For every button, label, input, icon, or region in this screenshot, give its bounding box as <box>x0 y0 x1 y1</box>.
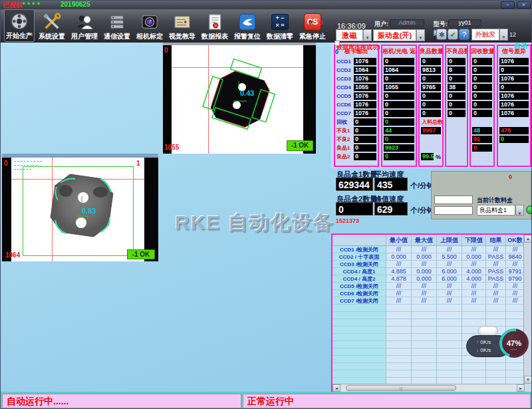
camera-view-top: 0.43 0 1055 -1 OK <box>163 42 316 154</box>
check-icon[interactable]: ✔ <box>448 29 458 40</box>
toolbar-button-production-start[interactable]: 开始生产 <box>4 9 35 42</box>
stats-row: 0 <box>471 57 493 66</box>
titlebar: 已授权 ●●●● 20190625 − × <box>1 1 532 9</box>
toolbar-button-data-clear[interactable]: + −× =数据清零 <box>265 9 295 42</box>
stats-value: 0 <box>354 153 376 160</box>
status-message-right: 正常运行中 <box>243 394 531 408</box>
camera-top-result-badge: -1 OK <box>287 140 313 151</box>
stats-row: 0 <box>471 74 493 83</box>
vertical-scrollbar[interactable]: ▲ ▼ <box>523 235 531 392</box>
result-cell: 0.000 <box>412 268 437 275</box>
machine-vision-app-window: 已授权 ●●●● 20190625 − × 开始生产系统设置用户管理通信设置相机… <box>0 0 532 409</box>
stats-value: 0 <box>421 110 441 117</box>
toolbar-button-communication-settings[interactable]: 通信设置 <box>102 9 132 42</box>
stats-row: 99.56% <box>420 152 442 161</box>
tray-select[interactable]: 良品料盒1 <box>477 205 515 215</box>
trigger-dropdown-arrow-icon[interactable] <box>499 29 508 41</box>
magnet-dropdown[interactable]: 激磁 <box>336 29 363 41</box>
stats-value: 0 <box>472 101 492 108</box>
stats-group-header: 良品数量 <box>420 46 442 57</box>
stats-value: 0 <box>472 144 492 152</box>
current-tray-label: 当前计数料盒 <box>477 196 513 205</box>
magnet-dropdown-arrow-icon[interactable] <box>363 29 372 41</box>
stats-row: 0 <box>498 83 530 92</box>
tray-status-lamp-icon <box>526 205 532 214</box>
result-cell: /// <box>486 283 506 290</box>
help-icon[interactable]: ? <box>459 29 469 40</box>
stats-row: 1064 <box>382 66 416 74</box>
toolbar-button-label: 数据清零 <box>267 32 293 41</box>
toolbar-button-data-report[interactable]: 数据报表 <box>200 9 230 42</box>
stats-row: CCD31076 <box>335 74 378 83</box>
stats-row: 回收0 <box>335 118 378 126</box>
stats-row-label: CCD2 <box>335 67 352 73</box>
gear-icon[interactable]: ✱ <box>436 29 447 40</box>
result-cell: /// <box>506 246 525 253</box>
stats-value: 1076 <box>499 75 529 82</box>
stats-value: 1076 <box>499 58 529 65</box>
vibration-dropdown[interactable]: 振动盘(开) <box>373 29 416 41</box>
stats-value: 1055 <box>384 84 414 91</box>
stats-value: 1064 <box>384 67 414 74</box>
stats-row: CCD41055 <box>335 83 378 92</box>
camera-top-id: 0 <box>164 47 168 54</box>
scroll-right-icon[interactable]: ► <box>517 384 525 392</box>
stats-value: 0 <box>499 67 529 74</box>
result-cell: /// <box>462 297 486 305</box>
stats-row: 0 <box>471 100 493 109</box>
close-button[interactable]: × <box>517 1 531 9</box>
horizontal-scrollbar[interactable]: ◄ ► ||| <box>332 384 525 392</box>
toolbar-button-system-settings[interactable]: 系统设置 <box>37 9 67 42</box>
scroll-up-icon[interactable]: ▲ <box>524 235 532 243</box>
model-value: yy01 <box>448 19 481 27</box>
result-row-name: CCD5 /检测关闭 <box>332 283 386 290</box>
scroll-down-icon[interactable]: ▼ <box>524 376 532 384</box>
toolbar-button-user-management[interactable]: 用户管理 <box>69 9 100 42</box>
watermark: RKE 自动化设备 <box>175 209 334 237</box>
stats-value: 0 <box>354 136 376 143</box>
tray-input-1[interactable] <box>434 196 473 204</box>
toolbar-button-label: 用户管理 <box>71 32 98 41</box>
result-cell: 0.000 <box>412 253 437 261</box>
trigger-dropdown[interactable]: 外触发 <box>471 29 499 41</box>
production-start-icon <box>9 11 29 31</box>
stats-checkbox[interactable] <box>334 41 340 46</box>
netspeed-gauge-widget[interactable]: ↑ 0K/s ↓ 0K/s 47% ▪▪▪▪ <box>466 326 529 364</box>
tray-input-2[interactable] <box>434 206 473 215</box>
result-cell: 9790 <box>506 275 525 283</box>
stats-row: 0 <box>382 118 416 126</box>
result-row-name: CCD4 / 高度1 <box>332 268 386 275</box>
stats-value: 0 <box>448 92 466 100</box>
stats-row: 38 <box>446 83 467 92</box>
toolbar-button-label: 相机标定 <box>136 32 163 41</box>
stats-row: 0 <box>420 100 442 109</box>
stats-row: 0 <box>420 109 442 118</box>
data-clear-icon: + −× = <box>270 12 290 32</box>
result-cell: 4.000 <box>462 275 486 283</box>
stats-value: 0 <box>472 75 492 82</box>
empty-row <box>332 305 525 312</box>
minimize-button[interactable]: − <box>501 1 515 9</box>
result-cell: 4.878 <box>386 275 412 283</box>
scroll-left-icon[interactable]: ◄ <box>332 384 340 392</box>
stats-value: 1076 <box>499 92 529 100</box>
hscroll-thumb[interactable]: ||| <box>346 385 456 391</box>
result-row-name: CCD2 / 十字表面 <box>332 253 386 261</box>
toolbar-button-alarm-reset[interactable]: 报警复位 <box>232 9 263 42</box>
toolbar-button-camera-calibration[interactable]: 相机标定 <box>134 9 165 42</box>
auto-spinner[interactable]: ▴▾ <box>507 42 511 45</box>
result-cell: /// <box>437 261 462 268</box>
toolbar-button-vision-teaching[interactable]: 视觉教导 <box>167 9 198 42</box>
stats-value: 1064 <box>354 67 376 74</box>
stats-value: 48 <box>472 127 492 134</box>
stats-row: 0 <box>446 92 467 100</box>
result-cell: /// <box>486 297 506 305</box>
results-header-cell: 下限值 <box>462 235 486 245</box>
tray-select-arrow-icon[interactable] <box>515 205 524 215</box>
avg-speed-value: 435 <box>374 178 408 191</box>
vibration-dropdown-arrow-icon[interactable] <box>416 29 425 41</box>
stats-row-label: CCD6 <box>335 102 352 108</box>
stats-row: 0 <box>382 135 416 144</box>
toolbar-button-label: 通信设置 <box>104 32 130 41</box>
tray-zero: 0 <box>509 174 512 180</box>
